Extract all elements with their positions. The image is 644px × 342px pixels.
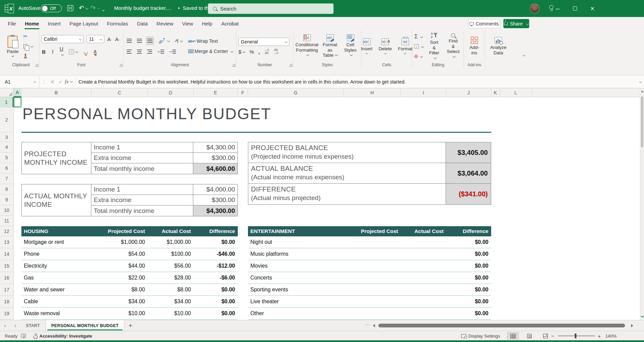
middle-align-button[interactable] bbox=[136, 37, 143, 45]
sheet-tab[interactable]: START bbox=[20, 320, 46, 331]
search-input[interactable]: Search bbox=[208, 3, 334, 14]
align-right-button[interactable] bbox=[146, 48, 153, 56]
row-header[interactable]: 7 bbox=[0, 174, 13, 184]
income-row-label[interactable]: Extra income bbox=[91, 153, 193, 163]
expense-difference-cell[interactable]: $0.00 bbox=[446, 239, 491, 245]
undo-button[interactable]: ↶ bbox=[79, 4, 88, 12]
increase-indent-button[interactable]: ⇨ bbox=[168, 48, 177, 56]
italic-button[interactable]: I bbox=[50, 49, 55, 55]
row-header[interactable]: 5 bbox=[0, 152, 13, 163]
ribbon-tab[interactable]: Acrobat bbox=[217, 18, 243, 29]
income-row-value[interactable]: $4,300.00 bbox=[193, 142, 237, 152]
format-as-table-button[interactable]: Format as Table bbox=[320, 34, 341, 59]
expense-name-cell[interactable]: Waste removal bbox=[21, 310, 91, 317]
row-header[interactable]: 11 bbox=[0, 216, 13, 226]
column-header[interactable]: D bbox=[148, 88, 194, 97]
expense-name-cell[interactable]: Concerts bbox=[248, 275, 344, 281]
alignment-dialog-launcher-icon[interactable] bbox=[232, 64, 235, 67]
expense-name-cell[interactable]: Movies bbox=[248, 263, 344, 269]
close-button[interactable]: × bbox=[584, 0, 601, 17]
expense-difference-cell[interactable]: $0.00 bbox=[194, 239, 238, 245]
expense-projected-cell[interactable]: $10.00 bbox=[91, 310, 148, 317]
paste-button[interactable]: Paste bbox=[5, 35, 21, 58]
income-row-label[interactable]: Total monthly income bbox=[91, 163, 193, 174]
income-row-value[interactable]: $4,300.00 bbox=[193, 205, 237, 216]
expense-difference-cell[interactable]: -$6.00 bbox=[194, 275, 238, 281]
row-header[interactable]: 6 bbox=[0, 163, 13, 174]
ribbon-tab[interactable]: Insert bbox=[43, 18, 65, 29]
income-row[interactable]: Extra income $300.00 bbox=[91, 153, 237, 163]
fill-handle[interactable] bbox=[20, 106, 22, 108]
expense-actual-cell[interactable]: $34.00 bbox=[148, 299, 194, 305]
align-left-button[interactable] bbox=[126, 48, 133, 56]
housing-expense-row[interactable]: Cable $34.00 $34.00 $0.00 bbox=[21, 296, 238, 308]
conditional-formatting-button[interactable]: Conditional Formatting bbox=[296, 34, 318, 59]
expense-actual-cell[interactable]: $28.00 bbox=[148, 275, 194, 281]
decrease-font-size-button[interactable]: Aˇ bbox=[115, 36, 120, 42]
row-header[interactable]: 17 bbox=[0, 284, 13, 296]
housing-expense-row[interactable]: Waste removal $10.00 $10.00 $0.00 bbox=[21, 308, 238, 320]
ribbon-tab[interactable]: Home bbox=[20, 18, 43, 29]
zoom-in-button[interactable]: + bbox=[598, 333, 601, 339]
income-row[interactable]: Total monthly income $4,600.00 bbox=[91, 163, 237, 174]
cell-grid[interactable]: PERSONAL MONTHLY BUDGET PROJECTED MONTHL… bbox=[14, 97, 640, 320]
text-direction-button[interactable]: ›¶ bbox=[174, 37, 183, 45]
ribbon-tab[interactable]: Review bbox=[152, 18, 178, 29]
accessibility-status[interactable]: Accessibility: Investigate bbox=[33, 331, 92, 341]
column-header[interactable]: F bbox=[238, 88, 248, 97]
expense-difference-cell[interactable]: $0.00 bbox=[446, 287, 491, 293]
expense-projected-cell[interactable]: $8.00 bbox=[91, 287, 148, 293]
column-header[interactable]: K bbox=[491, 88, 500, 97]
expense-difference-cell[interactable]: $0.00 bbox=[194, 299, 238, 305]
zoom-slider-track[interactable] bbox=[558, 336, 595, 336]
macro-record-button[interactable] bbox=[21, 331, 26, 341]
entertainment-expense-row[interactable]: Music platforms $0.00 bbox=[248, 248, 491, 260]
income-row-value[interactable]: $300.00 bbox=[193, 153, 237, 163]
income-row-label[interactable]: Total monthly income bbox=[91, 205, 193, 216]
row-header[interactable]: 12 bbox=[0, 226, 13, 236]
minimize-button[interactable]: – bbox=[550, 0, 566, 17]
bottom-align-button[interactable] bbox=[146, 37, 154, 45]
top-align-button[interactable] bbox=[126, 37, 133, 45]
entertainment-expense-row[interactable]: Sporting events $0.00 bbox=[248, 284, 491, 296]
comma-style-button[interactable]: , bbox=[258, 49, 260, 55]
comments-button[interactable]: Comments bbox=[468, 19, 500, 28]
copy-button[interactable] bbox=[23, 42, 33, 50]
display-settings-button[interactable]: Display Settings bbox=[461, 331, 500, 341]
expense-name-cell[interactable]: Night out bbox=[248, 239, 344, 245]
column-header[interactable]: H bbox=[344, 88, 401, 97]
cancel-button[interactable]: ✕ bbox=[48, 79, 56, 85]
increase-font-size-button[interactable]: Aˆ bbox=[107, 36, 112, 42]
column-header[interactable]: G bbox=[248, 88, 344, 97]
row-header[interactable]: 2 bbox=[0, 107, 13, 132]
expense-difference-cell[interactable]: $0.00 bbox=[446, 275, 491, 281]
format-cells-button[interactable]: Format bbox=[396, 38, 415, 55]
column-header[interactable]: E bbox=[194, 88, 238, 97]
bold-button[interactable]: B bbox=[41, 49, 46, 55]
row-header[interactable]: 10 bbox=[0, 205, 13, 216]
income-row-value[interactable]: $4,000.00 bbox=[193, 184, 237, 195]
sheet-tab[interactable]: PERSONAL MONTHLY BUDGET bbox=[46, 320, 125, 331]
expense-actual-cell[interactable]: $100.00 bbox=[148, 251, 194, 257]
housing-expense-row[interactable]: Gas $22.00 $28.00 -$6.00 bbox=[21, 272, 238, 284]
row-header[interactable]: 14 bbox=[0, 248, 13, 260]
expense-name-cell[interactable]: Gas bbox=[21, 275, 91, 281]
accounting-format-button[interactable]: $ bbox=[238, 49, 245, 55]
entertainment-expense-row[interactable]: Live theater $0.00 bbox=[248, 296, 491, 308]
normal-view-button[interactable] bbox=[507, 332, 519, 340]
entertainment-expense-row[interactable]: Other $0.00 bbox=[248, 308, 491, 320]
select-all-button[interactable] bbox=[0, 88, 14, 97]
expense-projected-cell[interactable]: $54.00 bbox=[91, 251, 148, 257]
cut-button[interactable]: ✂ bbox=[23, 33, 33, 40]
expense-projected-cell[interactable]: $44.00 bbox=[91, 263, 148, 269]
horizontal-scroll-thumb[interactable] bbox=[378, 324, 625, 327]
autosave-toggle[interactable]: Off bbox=[41, 4, 62, 12]
expense-difference-cell[interactable]: $0.00 bbox=[194, 310, 238, 317]
entertainment-expense-row[interactable]: Movies $0.00 bbox=[248, 260, 491, 272]
balance-value[interactable]: ($341.00) bbox=[446, 184, 491, 204]
clipboard-dialog-launcher-icon[interactable] bbox=[35, 64, 38, 67]
scroll-up-icon[interactable] bbox=[641, 90, 644, 92]
column-header[interactable]: J bbox=[446, 88, 491, 97]
column-header[interactable]: A bbox=[14, 88, 21, 97]
entertainment-expense-row[interactable]: Night out $0.00 bbox=[248, 236, 491, 248]
